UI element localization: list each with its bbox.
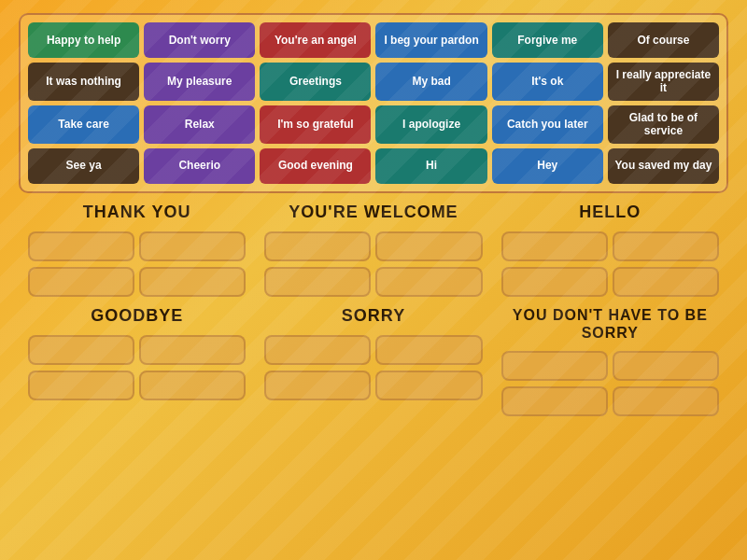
word-btn-9[interactable]: My bad [375,63,486,101]
category-block-2: HELLO [501,203,719,297]
word-btn-14[interactable]: I'm so grateful [260,105,371,144]
word-btn-13[interactable]: Relax [144,105,255,144]
word-btn-18[interactable]: See ya [28,148,139,184]
drop-row-1-1 [264,267,482,297]
word-btn-0[interactable]: Happy to help [28,22,139,58]
drop-slot-3-0-1[interactable] [139,335,246,365]
word-card: Happy to helpDon't worryYou're an angelI… [19,13,728,193]
word-btn-11[interactable]: I really appreciate it [608,63,719,101]
word-btn-6[interactable]: It was nothing [28,63,139,101]
drop-slot-0-1-0[interactable] [28,267,134,297]
drop-row-0-1 [28,267,246,297]
category-block-0: THANK YOU [28,203,246,297]
category-title-4: SORRY [264,306,482,326]
drop-row-2-0 [501,231,719,261]
drop-slot-5-1-1[interactable] [613,386,719,416]
word-btn-10[interactable]: It's ok [492,63,603,101]
drop-slot-1-1-0[interactable] [264,267,371,297]
word-btn-1[interactable]: Don't worry [144,22,255,58]
drop-slot-2-1-1[interactable] [613,267,719,297]
drop-slot-2-0-0[interactable] [501,231,608,261]
main-container: Happy to helpDon't worryYou're an angelI… [0,0,747,429]
drop-slot-3-1-0[interactable] [28,371,134,400]
word-btn-17[interactable]: Glad to be of service [608,105,719,144]
drop-slot-1-0-1[interactable] [375,231,482,261]
drop-slot-4-1-1[interactable] [375,371,482,400]
drop-row-3-0 [28,335,246,365]
drop-row-4-1 [264,371,482,400]
category-title-3: GOODBYE [28,306,246,326]
categories-section: THANK YOUYOU'RE WELCOMEHELLOGOODBYESORRY… [19,203,728,416]
drop-row-3-1 [28,371,246,400]
drop-row-1-0 [264,231,482,261]
word-btn-12[interactable]: Take care [28,105,139,144]
category-title-1: YOU'RE WELCOME [264,203,482,222]
word-btn-3[interactable]: I beg your pardon [375,22,486,58]
word-btn-15[interactable]: I apologize [375,105,486,144]
drop-slot-3-1-1[interactable] [139,371,246,400]
drop-slot-2-1-0[interactable] [501,267,608,297]
drop-row-4-0 [264,335,482,365]
drop-row-5-0 [501,351,719,381]
drop-row-5-1 [501,386,719,416]
word-btn-16[interactable]: Catch you later [492,105,603,144]
category-block-3: GOODBYE [28,306,246,416]
word-btn-5[interactable]: Of course [608,22,719,58]
word-btn-21[interactable]: Hi [375,148,486,184]
word-btn-7[interactable]: My pleasure [144,63,255,101]
category-title-0: THANK YOU [28,203,246,222]
drop-slot-4-0-1[interactable] [375,335,482,365]
drop-slot-1-1-1[interactable] [375,267,482,297]
drop-slot-3-0-0[interactable] [28,335,134,365]
word-btn-8[interactable]: Greetings [260,63,371,101]
word-btn-23[interactable]: You saved my day [608,148,719,184]
word-btn-2[interactable]: You're an angel [260,22,371,58]
drop-slot-0-0-0[interactable] [28,231,134,261]
drop-row-0-0 [28,231,246,261]
drop-slot-0-0-1[interactable] [139,231,246,261]
drop-slot-4-1-0[interactable] [264,371,371,400]
drop-row-2-1 [501,267,719,297]
word-btn-20[interactable]: Good evening [260,148,371,184]
word-btn-19[interactable]: Cheerio [144,148,255,184]
word-btn-4[interactable]: Forgive me [492,22,603,58]
category-block-4: SORRY [264,306,482,416]
category-block-5: YOU DON'T HAVE TO BE SORRY [501,306,719,416]
word-btn-22[interactable]: Hey [492,148,603,184]
category-title-5: YOU DON'T HAVE TO BE SORRY [501,306,719,342]
category-title-2: HELLO [501,203,719,222]
drop-slot-5-0-1[interactable] [613,351,719,381]
drop-slot-0-1-1[interactable] [139,267,246,297]
drop-slot-4-0-0[interactable] [264,335,371,365]
word-grid: Happy to helpDon't worryYou're an angelI… [28,22,719,184]
drop-slot-2-0-1[interactable] [613,231,719,261]
drop-slot-1-0-0[interactable] [264,231,371,261]
drop-slot-5-0-0[interactable] [501,351,608,381]
drop-slot-5-1-0[interactable] [501,386,608,416]
category-block-1: YOU'RE WELCOME [264,203,482,297]
